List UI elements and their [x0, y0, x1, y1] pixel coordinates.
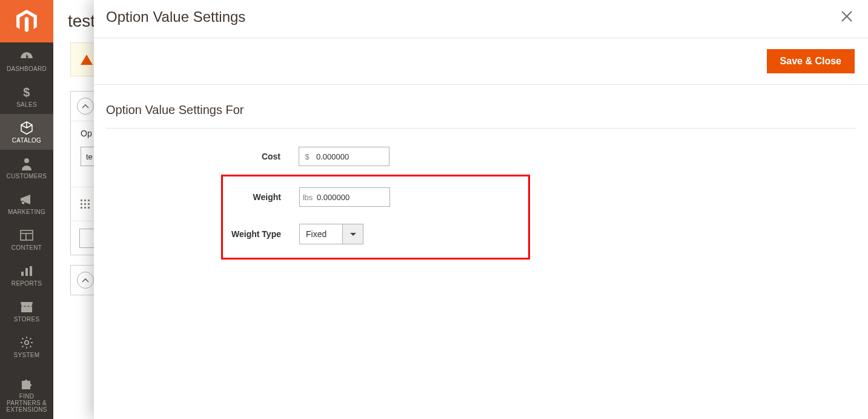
person-icon — [19, 157, 35, 170]
close-icon — [840, 10, 853, 23]
sidebar-item-label: SALES — [16, 101, 37, 108]
collapse-toggle[interactable] — [77, 98, 94, 115]
sidebar-item-content[interactable]: CONTENT — [0, 221, 53, 257]
puzzle-icon — [19, 377, 35, 391]
dollar-icon: $ — [19, 85, 35, 99]
sidebar-item-label: CONTENT — [12, 244, 42, 251]
page-title: test — [68, 12, 95, 31]
magento-logo-icon — [16, 10, 37, 33]
weight-type-select[interactable]: Fixed — [299, 224, 363, 244]
svg-point-0 — [24, 158, 29, 163]
sidebar-item-label: STORES — [14, 316, 40, 323]
svg-rect-5 — [25, 268, 28, 276]
modal-toolbar: Save & Close — [94, 38, 868, 85]
weight-unit-prefix: lbs — [300, 188, 316, 206]
chevron-up-icon — [82, 104, 89, 109]
modal-body: Option Value Settings For Cost $ Weight — [94, 85, 868, 278]
warning-triangle-icon — [81, 55, 93, 65]
weight-type-label: Weight Type — [223, 229, 299, 239]
weight-type-dropdown-trigger[interactable] — [343, 224, 363, 244]
weight-type-value: Fixed — [299, 224, 343, 244]
sidebar-item-label: DASHBOARD — [7, 65, 47, 72]
svg-rect-1 — [21, 230, 33, 240]
weight-input-wrapper: lbs — [299, 187, 390, 207]
cost-label: Cost — [106, 152, 299, 161]
sidebar-item-sales[interactable]: $ SALES — [0, 78, 53, 114]
admin-sidebar: DASHBOARD $ SALES CATALOG CUSTOMERS MARK… — [0, 0, 53, 419]
option-value-settings-modal: Option Value Settings Save & Close Optio… — [94, 0, 868, 419]
sidebar-item-find-partners[interactable]: FIND PARTNERS & EXTENSIONS — [0, 370, 53, 419]
sidebar-item-customers[interactable]: CUSTOMERS — [0, 150, 53, 186]
magento-logo[interactable] — [0, 0, 53, 42]
save-and-close-button[interactable]: Save & Close — [767, 49, 855, 73]
sidebar-item-marketing[interactable]: MARKETING — [0, 186, 53, 221]
weight-label: Weight — [223, 192, 299, 202]
modal-header: Option Value Settings — [94, 0, 868, 38]
caret-down-icon — [350, 233, 356, 236]
sidebar-item-stores[interactable]: STORES — [0, 293, 53, 329]
svg-point-7 — [25, 341, 28, 344]
layout-icon — [19, 229, 35, 242]
sidebar-item-label: CATALOG — [12, 137, 41, 144]
cost-row: Cost $ — [106, 147, 856, 166]
sidebar-item-label: FIND PARTNERS & EXTENSIONS — [2, 393, 51, 413]
option-label-fragment: Op — [81, 129, 92, 138]
chevron-up-icon — [82, 278, 89, 283]
storefront-icon — [19, 300, 35, 313]
modal-subtitle: Option Value Settings For — [106, 103, 856, 129]
sidebar-item-catalog[interactable]: CATALOG — [0, 114, 53, 150]
sidebar-item-reports[interactable]: REPORTS — [0, 257, 53, 293]
svg-rect-6 — [30, 266, 32, 276]
sidebar-item-label: SYSTEM — [14, 352, 40, 358]
sidebar-item-system[interactable]: SYSTEM — [0, 329, 53, 364]
close-button[interactable] — [840, 10, 855, 24]
cost-currency-prefix: $ — [299, 147, 315, 166]
gear-icon — [19, 336, 35, 349]
modal-title: Option Value Settings — [106, 8, 245, 25]
weight-input[interactable] — [316, 188, 420, 206]
megaphone-icon — [19, 193, 35, 206]
bar-chart-icon — [19, 264, 35, 278]
sidebar-item-dashboard[interactable]: DASHBOARD — [0, 42, 53, 78]
cube-icon — [19, 121, 35, 135]
gauge-icon — [19, 50, 35, 63]
sidebar-item-label: REPORTS — [12, 280, 42, 287]
weight-type-row: Weight Type Fixed — [223, 224, 528, 244]
sidebar-item-label: MARKETING — [8, 209, 45, 215]
weight-row: Weight lbs — [223, 187, 528, 207]
drag-handle-icon[interactable] — [81, 199, 90, 209]
highlighted-weight-section: Weight lbs Weight Type Fixed — [221, 175, 530, 260]
cost-input-wrapper: $ — [299, 147, 389, 166]
sidebar-item-label: CUSTOMERS — [7, 173, 47, 179]
cost-input[interactable] — [315, 147, 419, 166]
collapse-toggle[interactable] — [77, 272, 94, 289]
svg-rect-4 — [21, 272, 24, 276]
